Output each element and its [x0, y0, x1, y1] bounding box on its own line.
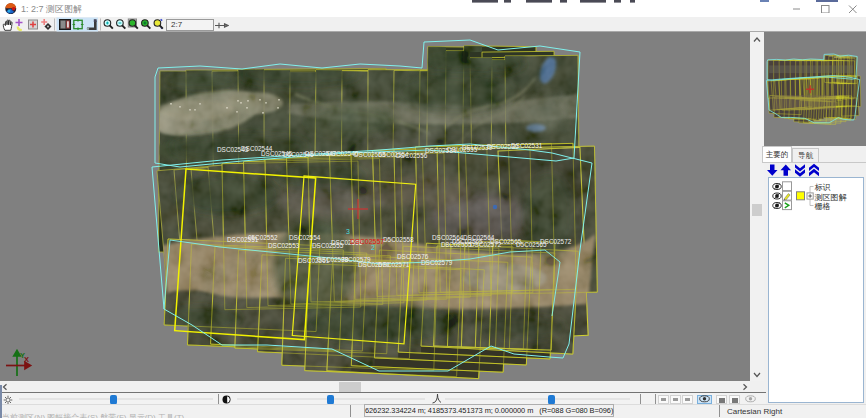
svg-text:DSC02553: DSC02553 — [268, 242, 300, 249]
svg-text:D8C02555: D8C02555 — [441, 241, 472, 248]
svg-text:测区图解: 测区图解 — [815, 193, 848, 202]
svg-text:DSC02557: DSC02557 — [350, 238, 384, 245]
svg-text:DSC02556: DSC02556 — [396, 152, 428, 159]
svg-text:X: X — [24, 355, 29, 364]
svg-text:DSC02572: DSC02572 — [540, 238, 572, 245]
svg-text:DSC02571: DSC02571 — [378, 261, 410, 268]
svg-text:栅格: 栅格 — [815, 202, 831, 211]
svg-text:2: 2 — [371, 244, 375, 251]
svg-text:DSC02531: DSC02531 — [511, 142, 543, 149]
svg-text:DSC02579: DSC02579 — [421, 259, 453, 266]
svg-text:3: 3 — [346, 228, 350, 235]
svg-text:D5C02558: D5C02558 — [383, 236, 414, 243]
svg-text:05C02552: 05C02552 — [248, 234, 278, 241]
svg-text:标识: 标识 — [815, 183, 831, 192]
svg-text:DSC02554: DSC02554 — [289, 234, 321, 241]
